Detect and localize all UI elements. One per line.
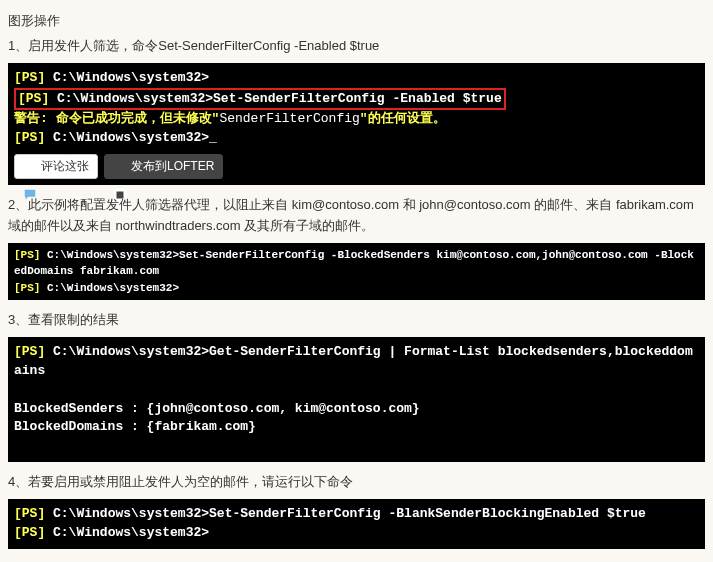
lofter-button[interactable]: 发布到LOFTER — [104, 154, 223, 179]
speech-bubble-icon — [23, 160, 37, 174]
ps-path: C:\Windows\system32> — [40, 249, 179, 261]
ps-prompt: [PS] — [14, 525, 45, 540]
ps-prompt: [PS] — [14, 344, 45, 359]
ps-prompt: [PS] — [14, 282, 40, 294]
ps-path: C:\Windows\system32> — [40, 282, 179, 294]
ps-prompt: [PS] — [14, 249, 40, 261]
ps-prompt: [PS] — [14, 506, 45, 521]
step-5-title: 5、查看启用或禁用阻止发件人为空的邮件命令，如下： — [8, 559, 705, 562]
ps-path: C:\Windows\system32> — [45, 130, 209, 145]
blank-line — [14, 382, 22, 397]
warning-text: 警告: 命令已成功完成，但未修改" — [14, 111, 219, 126]
cursor: _ — [209, 130, 217, 145]
ps-path: C:\Windows\system32> — [45, 344, 209, 359]
lofter-icon — [113, 160, 127, 174]
command-text: Set-SenderFilterConfig -Enabled $true — [213, 91, 502, 106]
ps-prompt: [PS] — [14, 130, 45, 145]
step-2-title: 2、此示例将配置发件人筛选器代理，以阻止来自 kim@contoso.com 和… — [8, 195, 705, 237]
ps-path: C:\Windows\system32> — [45, 70, 209, 85]
ps-path: C:\Windows\system32> — [45, 525, 209, 540]
terminal-4: [PS] C:\Windows\system32>Set-SenderFilte… — [8, 499, 705, 549]
blank-line — [14, 438, 22, 453]
ps-prompt: [PS] — [18, 91, 49, 106]
step-3-title: 3、查看限制的结果 — [8, 310, 705, 331]
page-heading: 图形操作 — [8, 12, 705, 30]
command-text: Set-SenderFilterConfig -BlankSenderBlock… — [209, 506, 646, 521]
highlighted-command: [PS] C:\Windows\system32>Set-SenderFilte… — [14, 88, 506, 111]
warning-object: SenderFilterConfig — [219, 111, 359, 126]
output-line: BlockedDomains : {fabrikam.com} — [14, 419, 256, 434]
step-1-title: 1、启用发件人筛选，命令Set-SenderFilterConfig -Enab… — [8, 36, 705, 57]
comment-label: 评论这张 — [41, 158, 89, 175]
ps-prompt: [PS] — [14, 70, 45, 85]
terminal-3: [PS] C:\Windows\system32>Get-SenderFilte… — [8, 337, 705, 462]
lofter-label: 发布到LOFTER — [131, 158, 214, 175]
terminal-1: [PS] C:\Windows\system32> [PS] C:\Window… — [8, 63, 705, 185]
warning-text-2: "的任何设置。 — [360, 111, 446, 126]
output-line: BlockedSenders : {john@contoso.com, kim@… — [14, 401, 420, 416]
ps-path: C:\Windows\system32> — [45, 506, 209, 521]
step-4-title: 4、若要启用或禁用阻止发件人为空的邮件，请运行以下命令 — [8, 472, 705, 493]
comment-button[interactable]: 评论这张 — [14, 154, 98, 179]
ps-path: C:\Windows\system32> — [49, 91, 213, 106]
action-bar: 评论这张 发布到LOFTER — [14, 154, 699, 179]
terminal-2: [PS] C:\Windows\system32>Set-SenderFilte… — [8, 243, 705, 301]
